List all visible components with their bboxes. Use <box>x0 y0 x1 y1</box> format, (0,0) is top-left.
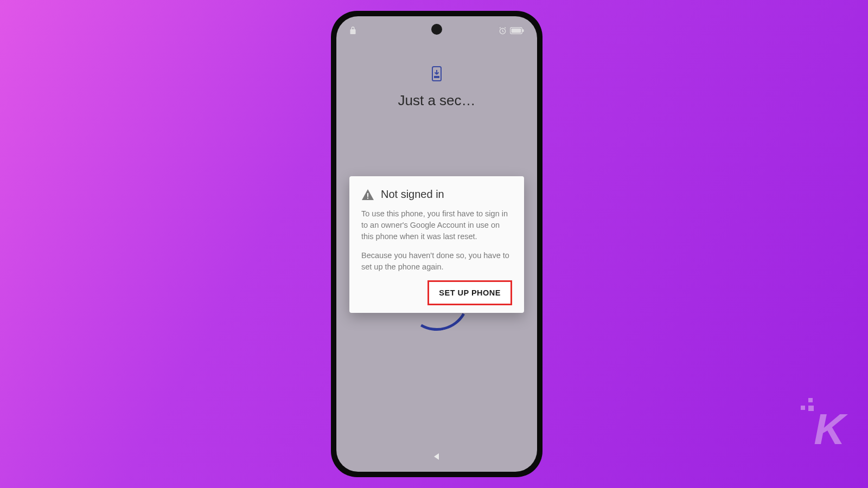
page-title: Just a sec… <box>336 92 537 109</box>
phone-screen: Just a sec… Not signed in To use this ph… <box>336 16 537 472</box>
signin-dialog: Not signed in To use this phone, you fir… <box>349 176 524 313</box>
alarm-icon <box>499 27 507 35</box>
svg-rect-2 <box>512 28 521 33</box>
warning-icon <box>361 189 374 201</box>
nav-back-icon[interactable] <box>432 452 441 461</box>
dialog-title: Not signed in <box>381 188 444 201</box>
dialog-body: To use this phone, you first have to sig… <box>361 208 512 273</box>
nav-bar <box>336 452 537 461</box>
setup-phone-button[interactable]: SET UP PHONE <box>427 280 512 305</box>
svg-rect-6 <box>367 193 368 197</box>
lock-icon <box>349 26 356 35</box>
install-icon <box>431 66 443 81</box>
phone-frame: Just a sec… Not signed in To use this ph… <box>331 11 542 477</box>
watermark-letter: K <box>814 404 845 454</box>
svg-rect-7 <box>367 197 368 198</box>
battery-icon <box>510 27 524 34</box>
svg-rect-5 <box>434 76 439 78</box>
status-bar <box>336 24 537 37</box>
svg-rect-3 <box>522 29 524 32</box>
dialog-body-paragraph-2: Because you haven't done so, you have to… <box>361 250 512 273</box>
dialog-body-paragraph-1: To use this phone, you first have to sig… <box>361 208 512 242</box>
watermark: K <box>814 404 845 454</box>
